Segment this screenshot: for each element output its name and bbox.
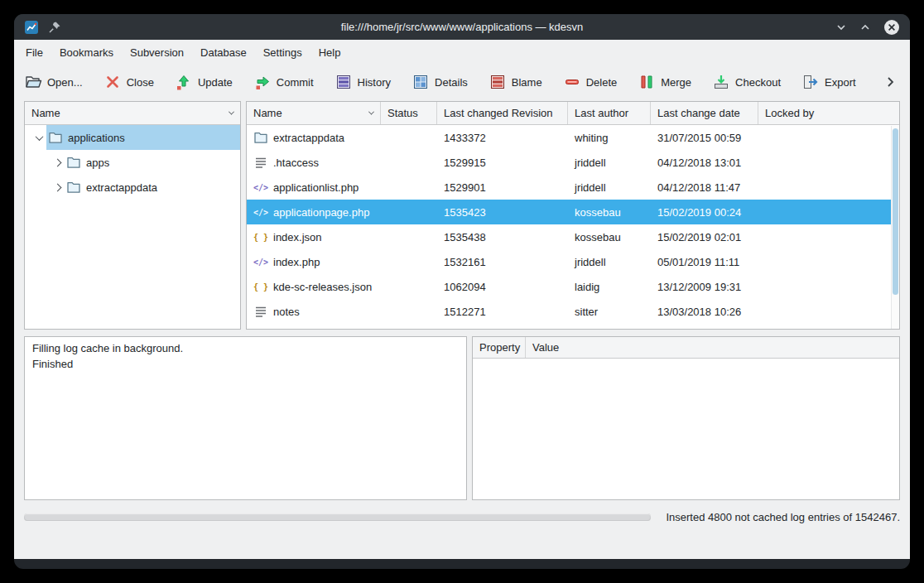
toolbar-button-commit[interactable]: Commit	[253, 73, 314, 91]
menu-item-subversion[interactable]: Subversion	[122, 43, 192, 62]
cell-author: sitter	[568, 299, 651, 324]
kdesvn-window: file:///home/jr/src/www/www/applications…	[14, 14, 910, 569]
file-name: kde-sc-releases.json	[273, 281, 372, 293]
tree-item-label: applications	[68, 132, 125, 144]
expander-right-icon[interactable]	[50, 185, 65, 190]
pin-icon[interactable]	[48, 21, 61, 34]
menu-item-file[interactable]: File	[17, 43, 51, 62]
vertical-scrollbar[interactable]	[891, 126, 899, 329]
toolbar-button-label: Close	[127, 76, 154, 89]
cell-locked-by	[758, 150, 899, 175]
cell-name: </>applicationlist.php	[247, 175, 381, 200]
table-row[interactable]: extractappdata1433372whiting31/07/2015 0…	[247, 125, 899, 150]
export-icon	[801, 73, 820, 91]
tree-column-header[interactable]: Name	[25, 102, 240, 125]
main-split: Name applicationsappsextractappdata Name…	[24, 101, 900, 330]
cell-author: jriddell	[568, 150, 651, 175]
cell-name: </>index.php	[247, 249, 381, 274]
titlebar[interactable]: file:///home/jr/src/www/www/applications…	[14, 14, 910, 40]
properties-panel: Property Value	[472, 336, 900, 500]
toolbar-button-open[interactable]: Open...	[24, 73, 83, 91]
toolbar-button-label: Update	[198, 76, 233, 89]
column-header-label: Name	[253, 107, 282, 119]
menu-item-bookmarks[interactable]: Bookmarks	[51, 43, 122, 62]
menu-item-settings[interactable]: Settings	[255, 43, 310, 62]
folder-icon	[66, 155, 81, 170]
menu-item-help[interactable]: Help	[310, 43, 349, 62]
cell-date: 13/03/2018 10:26	[651, 299, 758, 324]
code-file-icon: </>	[253, 208, 268, 217]
cell-status	[381, 150, 437, 175]
sort-indicator-icon	[368, 109, 374, 115]
cell-name: { }index.json	[247, 224, 381, 249]
cell-author: kossebau	[568, 224, 651, 249]
toolbar-button-label: Export	[825, 76, 856, 89]
table-row[interactable]: .htaccess1529915jriddell04/12/2018 13:01	[247, 150, 899, 175]
commit-icon	[253, 73, 272, 91]
cell-date: 31/07/2015 00:59	[651, 125, 758, 150]
toolbar-button-merge[interactable]: Merge	[638, 73, 691, 91]
shade-window-icon[interactable]	[835, 22, 847, 33]
toolbar-button-delete[interactable]: Delete	[563, 73, 618, 91]
toolbar-overflow-button[interactable]	[883, 75, 900, 89]
app-icon[interactable]	[24, 20, 39, 35]
tree-item-extractappdata[interactable]: extractappdata	[25, 175, 240, 200]
tree-item-content[interactable]: extractappdata	[65, 175, 240, 200]
column-header-last-change-date[interactable]: Last change date	[651, 102, 758, 124]
cell-date: 04/12/2018 13:01	[651, 150, 758, 175]
toolbar-button-history[interactable]: History	[334, 73, 391, 91]
tree-header-label: Name	[31, 107, 229, 119]
maximize-window-icon[interactable]	[859, 22, 871, 33]
table-row[interactable]: { }index.json1535438kossebau15/02/2019 0…	[247, 224, 899, 249]
window-content: FileBookmarksSubversionDatabaseSettingsH…	[14, 40, 910, 559]
toolbar-button-close[interactable]: Close	[103, 73, 154, 91]
cell-revision: 1529915	[437, 150, 568, 175]
folder-icon	[48, 130, 63, 145]
cell-author: jriddell	[568, 249, 651, 274]
toolbar-button-label: Delete	[586, 76, 618, 89]
cell-locked-by	[758, 175, 899, 200]
column-header-last-author[interactable]: Last author	[568, 102, 651, 124]
toolbar-button-export[interactable]: Export	[801, 73, 856, 91]
properties-header: Property Value	[473, 337, 899, 359]
column-header-locked-by[interactable]: Locked by	[758, 102, 899, 124]
cell-name: </>applicationpage.php	[247, 200, 381, 224]
tree-item-apps[interactable]: apps	[25, 150, 240, 175]
column-header-last-changed-revision[interactable]: Last changed Revision	[437, 102, 568, 124]
toolbar-button-details[interactable]: Details	[411, 73, 468, 91]
value-column-header[interactable]: Value	[526, 337, 899, 358]
toolbar-button-update[interactable]: Update	[175, 73, 233, 91]
statusbar: Inserted 4800 not cached log entries of …	[24, 509, 900, 524]
table-row[interactable]: </>index.php1532161jriddell05/01/2019 11…	[247, 249, 899, 274]
cell-revision: 1529901	[437, 175, 568, 200]
menu-item-database[interactable]: Database	[192, 43, 255, 62]
folder-open-icon	[24, 73, 42, 91]
scrollbar-handle[interactable]	[893, 128, 898, 295]
toolbar-button-blame[interactable]: Blame	[488, 73, 542, 91]
table-row[interactable]: </>applicationpage.php1535423kossebau15/…	[247, 200, 899, 224]
tree-item-content[interactable]: apps	[65, 150, 240, 175]
update-icon	[175, 73, 193, 91]
json-file-icon: { }	[253, 233, 268, 242]
cell-locked-by	[758, 200, 899, 224]
cell-locked-by	[758, 274, 899, 299]
repository-tree-panel: Name applicationsappsextractappdata	[24, 101, 241, 330]
tree-item-content[interactable]: applications	[46, 125, 240, 150]
progress-bar	[24, 513, 651, 521]
property-column-header[interactable]: Property	[473, 337, 526, 358]
close-window-icon[interactable]	[883, 19, 900, 36]
column-header-name[interactable]: Name	[247, 102, 381, 124]
cell-date: 15/02/2019 00:24	[651, 200, 758, 224]
toolbar-button-label: Merge	[661, 76, 691, 89]
column-header-status[interactable]: Status	[381, 102, 437, 124]
tree-item-applications[interactable]: applications	[25, 125, 240, 150]
toolbar-button-checkout[interactable]: Checkout	[712, 73, 781, 91]
table-row[interactable]: </>applicationlist.php1529901jriddell04/…	[247, 175, 899, 200]
expander-right-icon[interactable]	[50, 160, 65, 166]
expander-down-icon[interactable]	[31, 135, 46, 141]
cell-revision: 1535438	[437, 224, 568, 249]
cell-status	[381, 299, 437, 324]
table-row[interactable]: notes1512271sitter13/03/2018 10:26	[247, 299, 899, 324]
cell-status	[381, 224, 437, 249]
table-row[interactable]: { }kde-sc-releases.json1062094laidig13/1…	[247, 274, 899, 299]
